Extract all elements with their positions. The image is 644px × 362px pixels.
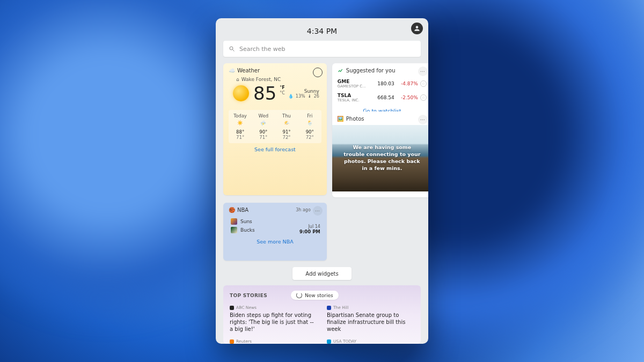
- stock-row[interactable]: TSLATESLA, INC. 668.54 -2.50%: [338, 91, 427, 105]
- more-options-button[interactable]: ⋯: [418, 115, 428, 124]
- photos-widget[interactable]: 🖼️ Photos ⋯ We are having some trouble c…: [332, 112, 428, 197]
- top-stories-title: TOP STORIES: [230, 293, 267, 298]
- watchlist-star-button[interactable]: [420, 94, 427, 101]
- top-stories-section: TOP STORIES New stories ABC News Biden s…: [223, 285, 421, 344]
- sunny-icon: ☀️: [236, 120, 245, 128]
- photos-icon: 🖼️: [338, 116, 343, 122]
- sun-icon: [233, 85, 249, 101]
- search-input[interactable]: [239, 46, 415, 53]
- weather-widget[interactable]: ☁️ Weather Wake Forest, NC 85 °F °C Sunn…: [223, 63, 327, 195]
- news-item[interactable]: ABC News Biden steps up fight for voting…: [230, 305, 317, 333]
- more-options-button[interactable]: ⋯: [418, 67, 428, 76]
- user-icon: [413, 25, 421, 32]
- refresh-ring-icon[interactable]: [313, 68, 323, 77]
- weather-dewpoint: 26: [314, 94, 319, 99]
- weather-current: 85 °F °C Sunny 💧 13% 🌡 26: [229, 83, 321, 105]
- see-more-nba-link[interactable]: See more NBA: [229, 239, 321, 245]
- weather-humidity: 13%: [296, 94, 305, 99]
- user-avatar[interactable]: [411, 23, 423, 34]
- weather-temperature: 85: [253, 84, 276, 102]
- add-widgets-button[interactable]: Add widgets: [292, 267, 352, 280]
- drop-icon: 💧: [288, 94, 294, 99]
- bucks-logo-icon: [231, 227, 237, 233]
- see-full-forecast-link[interactable]: See full forecast: [229, 146, 321, 152]
- game-datetime: Jul 14 9:00 PM: [299, 224, 320, 234]
- partly-cloudy-icon: 🌤️: [282, 120, 291, 128]
- new-stories-button[interactable]: New stories: [291, 291, 339, 300]
- news-source: ABC News: [236, 305, 257, 310]
- source-dot-icon: [327, 339, 331, 344]
- nba-time-ago: 3h ago: [296, 208, 311, 212]
- photos-title: Photos: [346, 116, 364, 122]
- news-source: The Hill: [333, 305, 348, 310]
- source-dot-icon: [230, 306, 234, 310]
- suns-logo-icon: [231, 218, 237, 225]
- news-item[interactable]: USA TODAY Book describes 'anarchy and ch…: [327, 339, 414, 344]
- news-source: USA TODAY: [333, 339, 356, 344]
- news-headline: Biden steps up fight for voting rights: …: [230, 312, 317, 333]
- news-item[interactable]: The Hill Bipartisan Senate group to fina…: [327, 305, 414, 333]
- stock-change: -2.50%: [394, 95, 418, 100]
- svg-point-0: [230, 47, 233, 50]
- widgets-grid: ☁️ Weather Wake Forest, NC 85 °F °C Sunn…: [223, 63, 421, 261]
- weather-icon: ☁️: [229, 68, 235, 73]
- watchlist-star-button[interactable]: [420, 80, 427, 87]
- panel-header: 4:34 PM: [223, 24, 421, 39]
- photos-placeholder-image: We are having some trouble connecting to…: [332, 125, 428, 191]
- news-item[interactable]: Reuters Texas Democrats defy calls for t…: [230, 339, 317, 344]
- weather-units[interactable]: °F °C: [280, 85, 285, 97]
- clock: 4:34 PM: [307, 27, 337, 35]
- weather-title: Weather: [237, 68, 260, 73]
- unit-f[interactable]: °F: [280, 85, 285, 91]
- news-source: Reuters: [236, 339, 252, 344]
- team-name: Suns: [240, 219, 252, 224]
- source-dot-icon: [327, 306, 331, 310]
- nba-icon: 🏀: [229, 207, 235, 213]
- rain-icon: 🌦️: [305, 120, 314, 128]
- search-icon: [229, 46, 235, 52]
- forecast-day[interactable]: Thu 🌤️ 91°72°: [275, 113, 298, 140]
- weather-condition: Sunny: [288, 88, 319, 94]
- stock-price: 180.03: [373, 81, 394, 86]
- stock-price: 668.54: [373, 95, 394, 100]
- stock-change: -4.87%: [394, 81, 418, 86]
- news-headline: Bipartisan Senate group to finalize infr…: [327, 312, 414, 333]
- team-name: Bucks: [240, 227, 255, 233]
- dew-icon: 🌡: [308, 94, 312, 99]
- weather-location: Wake Forest, NC: [236, 77, 321, 82]
- nba-title: NBA: [237, 207, 248, 213]
- forecast-day[interactable]: Fri 🌦️ 90°72°: [298, 113, 321, 140]
- forecast-day[interactable]: Today ☀️ 88°71°: [229, 113, 252, 140]
- storm-icon: ⛈️: [259, 120, 268, 128]
- photos-error-message: We are having some trouble connecting to…: [342, 144, 422, 172]
- weather-forecast: Today ☀️ 88°71° Wed ⛈️ 90°71° Thu 🌤️ 91°…: [229, 110, 321, 143]
- more-options-button[interactable]: ⋯: [313, 206, 323, 216]
- svg-line-1: [233, 50, 235, 51]
- stock-row[interactable]: GMEGAMESTOP C... 180.03 -4.87%: [338, 77, 427, 91]
- widgets-panel: 4:34 PM ☁️ Weather Wake Forest, NC 85 °F…: [216, 18, 428, 344]
- forecast-day[interactable]: Wed ⛈️ 90°71°: [252, 113, 275, 140]
- unit-c[interactable]: °C: [280, 91, 285, 96]
- search-box[interactable]: [223, 41, 421, 57]
- stocks-icon: [338, 68, 343, 73]
- nba-widget[interactable]: 🏀 NBA 3h ago ⋯ Suns Bucks Jul 14 9:00 PM…: [223, 203, 327, 261]
- stocks-title: Suggested for you: [346, 68, 396, 73]
- source-dot-icon: [230, 339, 234, 344]
